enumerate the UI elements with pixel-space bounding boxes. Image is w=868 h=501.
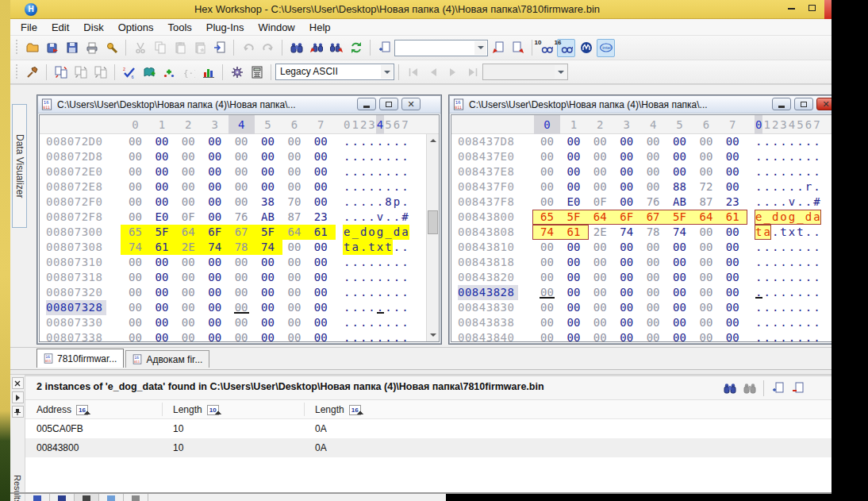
hex-byte[interactable]: 00 [229,270,255,285]
hex-byte[interactable]: 78 [640,225,666,240]
hex-byte[interactable]: 00 [122,134,148,149]
ascii-char[interactable]: . [359,195,367,210]
hex-byte[interactable]: 00 [255,255,281,270]
ascii-char[interactable]: . [796,195,804,210]
ascii-char[interactable]: . [796,300,804,315]
ascii-char[interactable]: r [805,179,812,195]
ascii-char[interactable]: . [805,255,812,270]
hex-byte[interactable]: 74 [534,225,560,240]
ascii-char[interactable]: . [762,240,770,255]
calculator-icon[interactable] [248,63,266,81]
hex-byte[interactable]: 00 [587,315,613,330]
ascii-char[interactable]: o [367,225,375,240]
hex-byte[interactable]: 00 [148,330,175,341]
ascii-char[interactable]: . [343,255,351,270]
ascii-char[interactable]: . [779,285,787,300]
ascii-char[interactable]: . [771,315,779,330]
ascii-char[interactable]: . [401,179,409,195]
hex-byte[interactable]: 00 [613,285,639,300]
hex-byte[interactable]: 00 [122,179,148,195]
ascii-char[interactable]: . [762,315,770,330]
hex-byte[interactable]: 00 [666,315,693,330]
ascii-char[interactable]: . [779,255,787,270]
hex-byte[interactable]: 74 [613,225,639,240]
ascii-char[interactable]: . [755,300,762,315]
hex-byte[interactable]: 00 [534,300,560,315]
hex-byte[interactable]: 00 [281,330,307,341]
ascii-char[interactable]: . [762,285,770,300]
ascii-char[interactable]: . [771,255,779,270]
hex-byte[interactable]: 00 [693,240,719,255]
hex-byte[interactable]: 00 [175,300,202,315]
menu-help[interactable]: Help [302,20,338,35]
hex-byte[interactable]: 00 [255,134,281,149]
find-next-icon[interactable] [327,39,345,57]
encoding-combobox[interactable]: Legacy ASCII [275,64,394,80]
base10-view-icon[interactable]: 10 [537,39,555,57]
hex-byte[interactable]: 38 [255,195,281,210]
hex-byte[interactable]: 00 [534,195,560,210]
ascii-char[interactable]: . [796,240,804,255]
toolbar-grip[interactable] [15,64,21,80]
hex-byte[interactable]: 61 [148,240,175,255]
ascii-char[interactable]: . [384,179,392,195]
ascii-char[interactable]: . [812,240,820,255]
ascii-char[interactable]: . [788,300,796,315]
hex-byte[interactable]: 87 [693,195,719,210]
ascii-char[interactable]: . [771,285,779,300]
find-combobox[interactable] [394,40,488,56]
hex-byte[interactable]: 00 [613,149,639,164]
hex-byte[interactable]: 00 [534,270,560,285]
hex-byte[interactable]: 00 [281,149,307,164]
ascii-char[interactable]: . [401,315,409,330]
hex-byte[interactable]: 2E [175,240,202,255]
hex-byte[interactable]: 00 [229,179,255,195]
ascii-char[interactable]: . [771,300,779,315]
ascii-char[interactable]: # [812,195,820,210]
hex-byte[interactable]: 00 [720,300,746,315]
hex-byte[interactable]: 00 [122,149,148,164]
hex-byte[interactable]: 00 [229,195,255,210]
child-minimize-button[interactable] [357,98,376,110]
ascii-char[interactable]: . [805,164,812,179]
base-indicator-icon[interactable]: 16 [349,405,361,415]
hex-byte[interactable]: 00 [587,179,613,195]
ascii-char[interactable]: . [367,255,375,270]
hex-byte[interactable]: 00 [308,255,334,270]
first-bookmark-icon[interactable] [404,63,422,81]
close-button[interactable] [824,0,832,19]
hex-byte[interactable]: 00 [720,315,746,330]
ascii-char[interactable]: . [771,164,779,179]
bottom-tab-fragment[interactable] [99,494,124,501]
hex-byte[interactable]: 00 [613,330,639,341]
base-indicator-icon[interactable]: 16 [76,405,88,415]
ascii-char[interactable]: t [367,240,375,255]
ascii-char[interactable]: . [359,240,367,255]
hex-byte[interactable]: 00 [148,315,175,330]
ascii-char[interactable]: . [762,134,770,149]
ascii-char[interactable]: . [805,134,812,149]
horizontal-splitter[interactable] [10,369,832,375]
minimize-button[interactable] [782,2,800,16]
ascii-char[interactable]: . [755,179,762,195]
ascii-char[interactable]: . [384,255,392,270]
ascii-char[interactable]: . [393,300,401,315]
hex-byte[interactable]: 00 [640,179,666,195]
ascii-char[interactable]: a [762,225,770,240]
ascii-char[interactable]: . [771,179,779,195]
ascii-char[interactable]: . [762,149,770,164]
ascii-char[interactable]: . [805,285,812,300]
ascii-char[interactable]: 8 [384,195,392,210]
ascii-char[interactable]: _ [796,210,804,225]
bookmark-combobox[interactable] [482,64,568,80]
ascii-char[interactable]: . [376,330,384,341]
hex-byte[interactable]: 00 [148,195,175,210]
ascii-char[interactable]: . [367,285,375,300]
hex-byte[interactable]: 00 [720,240,746,255]
ascii-char[interactable]: . [401,255,409,270]
ascii-char[interactable]: . [805,240,812,255]
ascii-char[interactable]: . [393,164,401,179]
export-results-icon[interactable] [789,379,807,397]
child-restore-button[interactable] [379,98,398,110]
hex-byte[interactable]: 00 [308,285,334,300]
